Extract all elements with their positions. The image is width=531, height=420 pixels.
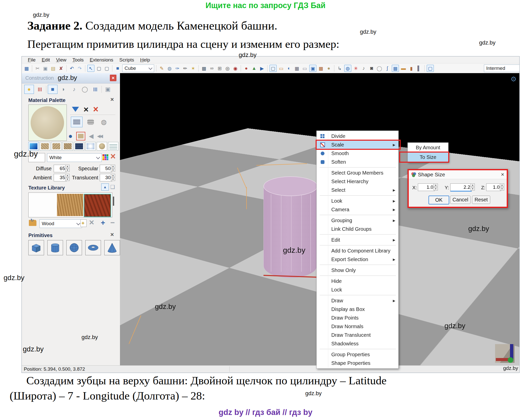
minus-icon[interactable]: −	[110, 218, 115, 227]
window-tool-icon[interactable]: ▢	[427, 65, 434, 72]
bricks-icon[interactable]	[71, 117, 83, 127]
copy-icon[interactable]: ▣	[42, 65, 49, 72]
books-blue-icon[interactable]: |||	[91, 85, 100, 94]
cylinder-primitive[interactable]	[263, 185, 317, 278]
paste-icon[interactable]: ▤	[50, 65, 56, 72]
texture-swatch-lightwood[interactable]	[57, 194, 83, 216]
wand-icon[interactable]: ✶	[190, 65, 196, 72]
vehicle-icon[interactable]: ▬	[400, 65, 407, 72]
colored-cube-icon[interactable]: ▩	[318, 65, 324, 72]
gear-icon[interactable]: ⚙	[510, 75, 517, 83]
menu-item-grouping[interactable]: Grouping▶	[317, 216, 398, 225]
cancel-button[interactable]: Cancel	[450, 196, 471, 204]
path-curve-icon[interactable]: ∫	[384, 65, 391, 72]
specular-spinner[interactable]: ▲▼	[111, 165, 115, 172]
save-icon[interactable]: ▦	[23, 65, 30, 72]
menu-item-export-selection[interactable]: Export Selection▶	[317, 255, 398, 264]
paint-bucket-icon[interactable]: ◍	[166, 65, 173, 72]
lasso-select-icon[interactable]: ▢	[104, 65, 110, 72]
menu-tools[interactable]: Tools	[72, 57, 84, 63]
tab-texture-2[interactable]	[51, 142, 62, 151]
texture-swatch-redwood[interactable]	[84, 194, 111, 217]
pan-hand-icon[interactable]: ⊞	[216, 65, 223, 72]
blue-sphere-icon[interactable]: ●	[68, 132, 73, 140]
menu-item-add-to-component-library[interactable]: Add to Component Library	[317, 246, 398, 255]
submenu-item-to-size[interactable]: To Size	[408, 152, 448, 162]
tab-texture-3[interactable]	[63, 142, 73, 151]
undo-icon[interactable]: ↶	[69, 65, 75, 72]
library-category-dropdown[interactable]: Wood	[39, 219, 82, 228]
diffuse-value[interactable]: 65	[54, 165, 67, 172]
tab-texture-1[interactable]	[40, 142, 50, 151]
tab-ball[interactable]	[97, 142, 107, 151]
select-arrow-icon[interactable]: ↖	[87, 65, 94, 72]
primitive-cone[interactable]	[104, 240, 120, 255]
delete-x-icon[interactable]: ×	[93, 106, 98, 113]
select-all-icon[interactable]: ▣	[309, 65, 316, 72]
menu-item-edit[interactable]: Edit▶	[317, 236, 398, 244]
library-scrollbar[interactable]	[113, 197, 114, 206]
menu-item-shadowless[interactable]: Shadowless	[317, 339, 398, 348]
menu-item-shape-properties[interactable]: Shape Properties	[317, 359, 398, 367]
color-grid-icon[interactable]	[102, 154, 109, 161]
style-dropdown[interactable]: Intermed	[484, 65, 519, 72]
redo-icon[interactable]: ↷	[76, 65, 83, 72]
menu-file[interactable]: File	[28, 57, 36, 63]
menu-item-look[interactable]: Look▶	[317, 197, 398, 205]
menu-scripts[interactable]: Scripts	[119, 57, 134, 63]
menu-item-display-as-box[interactable]: Display as Box	[317, 305, 398, 313]
ok-button[interactable]: OK	[428, 196, 449, 204]
primitives-close-icon[interactable]: ×	[110, 231, 114, 238]
wire-sphere-icon[interactable]: ◍	[344, 65, 351, 72]
menu-item-draw-normals[interactable]: Draw Normals	[317, 322, 398, 331]
bend-tool-icon[interactable]: ♪	[360, 65, 367, 72]
flip-left-icon[interactable]: ◀	[89, 133, 93, 140]
collapse-up-icon[interactable]: ▲	[101, 183, 109, 191]
submenu-item-by-amount[interactable]: By Amount	[408, 143, 448, 152]
menu-item-camera[interactable]: Camera▶	[317, 205, 398, 214]
palette-icon[interactable]: ●	[24, 85, 34, 94]
clear-x-icon[interactable]: ×	[84, 106, 89, 113]
pattern-box-icon[interactable]: ▩	[201, 65, 207, 72]
select-marquee-icon[interactable]: ▢	[96, 65, 102, 72]
menu-item-lock[interactable]: Lock	[317, 285, 398, 294]
zoom-region-icon[interactable]: ◉	[232, 65, 239, 72]
diffuse-spinner[interactable]: ▲▼	[65, 165, 70, 172]
tag-icon[interactable]: ◗	[59, 85, 68, 94]
menu-edit[interactable]: Edit	[42, 57, 50, 63]
menu-item-hide[interactable]: Hide	[317, 277, 398, 285]
menu-item-show-only[interactable]: Show Only	[317, 266, 398, 275]
elbow-icon[interactable]: ♪	[70, 85, 79, 94]
material-palette-close-icon[interactable]: ×	[110, 96, 114, 103]
primitive-cylinder[interactable]	[47, 240, 63, 255]
menu-item-draw-points[interactable]: Draw Points	[317, 313, 398, 322]
menu-item-soften[interactable]: Soften	[317, 158, 398, 166]
y-spinner[interactable]: ▲▼	[471, 183, 475, 191]
primitive-sphere[interactable]	[66, 240, 82, 255]
layers-icon[interactable]: ▣	[103, 85, 112, 94]
texture-swatch-blank[interactable]	[30, 194, 56, 216]
light-bulb-icon[interactable]: ◯	[376, 65, 383, 72]
color-name-dropdown[interactable]: White	[47, 153, 102, 162]
cube-mode-icon[interactable]: ■	[48, 85, 57, 94]
menu-item-draw[interactable]: Draw▶	[317, 296, 398, 305]
menu-item-group-properties[interactable]: Group Properties	[317, 350, 398, 359]
cube-tool-icon[interactable]: ■	[114, 65, 121, 72]
primitive-cube[interactable]	[28, 240, 44, 255]
visibility-eye-icon[interactable]: ●	[243, 65, 250, 72]
eyedropper-icon[interactable]: ✑	[174, 65, 181, 72]
mirror-icon[interactable]: ◀◀	[97, 133, 102, 139]
ball-icon[interactable]: ◍	[99, 117, 109, 127]
menu-item-link-child-groups[interactable]: Link Child Groups	[317, 225, 398, 233]
materials-red-icon[interactable]: |||	[35, 85, 45, 94]
ambient-spinner[interactable]: ▲▼	[65, 174, 70, 181]
link-icon[interactable]: ∞	[209, 65, 215, 72]
seat-icon[interactable]: ▌	[416, 65, 422, 72]
remove-color-icon[interactable]: ×	[110, 151, 116, 162]
translucent-spinner[interactable]: ▲▼	[111, 174, 115, 181]
add-icon[interactable]: +	[101, 218, 105, 227]
remove-texture-icon[interactable]: ×	[89, 217, 94, 227]
ambient-value[interactable]: 35	[54, 174, 67, 181]
floor-box-icon[interactable]: ▭	[278, 65, 284, 72]
bulb-icon[interactable]: ◯	[80, 85, 89, 94]
